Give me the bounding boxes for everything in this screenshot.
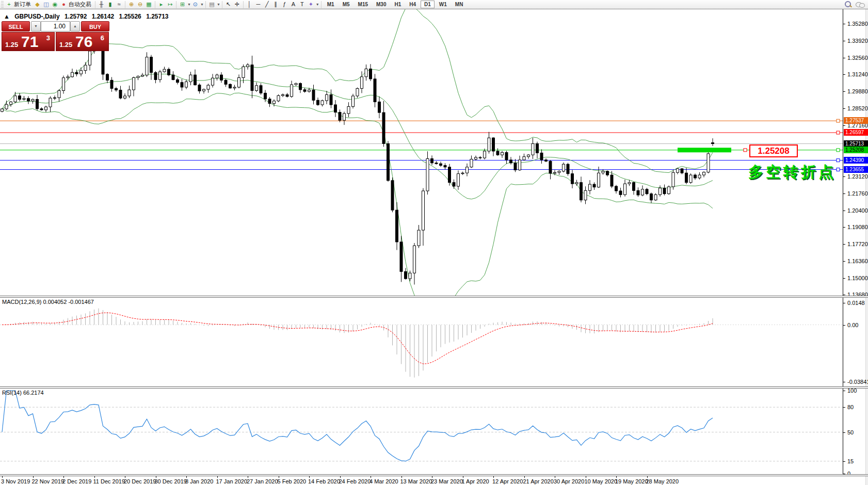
candle-body (194, 75, 197, 85)
volume-input[interactable]: 1.00 (41, 21, 70, 31)
macd-signal-line (2, 313, 713, 364)
rsi-tick (843, 407, 845, 408)
line-anchor-marker[interactable] (837, 119, 840, 122)
ohlc-close: 1.25713 (146, 13, 168, 20)
candle-body (361, 77, 363, 89)
date-axis-label: 17 Jan 2020 (216, 478, 248, 484)
date-axis-label: 12 Apr 2020 (492, 478, 523, 484)
candle-body (461, 173, 464, 173)
candle-body (255, 86, 258, 91)
macd-tick (843, 382, 845, 382)
price-axis-label: 1.31240 (847, 71, 868, 77)
pivot-text-annotation[interactable]: 多空转折点 (748, 162, 836, 183)
price-badge: 1.25208 (844, 147, 868, 153)
line-anchor-marker[interactable] (837, 159, 840, 162)
date-axis-label: 24 Feb 2020 (339, 478, 371, 484)
macd-axis-label: 0.0148 (847, 300, 865, 306)
price-tick (843, 193, 845, 194)
buy-quote[interactable]: 1.25 76 6 (56, 32, 109, 51)
price-axis-label: 1.28520 (847, 105, 868, 111)
candle-body (67, 77, 69, 78)
price-axis-label: 1.32560 (847, 55, 868, 61)
candle-body (133, 78, 135, 90)
price-tick (843, 295, 845, 295)
candle-body (203, 89, 205, 91)
candle-body (435, 163, 438, 164)
date-axis-label: 20 Dec 2019 (124, 478, 156, 484)
candle-body (378, 102, 381, 112)
indicator-line (2, 93, 713, 309)
chart-canvas[interactable] (0, 0, 868, 485)
candle-body (347, 106, 350, 114)
candle-body (277, 95, 280, 101)
candle-body (273, 101, 276, 104)
ohlc-low: 1.25526 (119, 13, 141, 20)
candle-body (19, 96, 21, 100)
macd-axis-label: -0.038415 (847, 379, 868, 385)
date-axis-label: 21 Apr 2020 (523, 478, 554, 484)
macd-pane-separator[interactable] (0, 296, 868, 298)
line-anchor-marker[interactable] (837, 131, 840, 134)
candle-body (71, 72, 74, 77)
date-axis-label: 22 Nov 2019 (32, 478, 64, 484)
sell-quote[interactable]: 1.25 71 3 (2, 32, 55, 51)
price-axis-line (843, 9, 843, 476)
candle-body (303, 90, 306, 91)
price-tick (843, 125, 845, 126)
price-note-label[interactable]: 1.25208 (749, 144, 798, 157)
date-axis-label: 30 Apr 2020 (554, 478, 584, 484)
candle-body (141, 75, 144, 76)
candle-body (672, 172, 674, 187)
candle-body (554, 172, 556, 173)
candle-body (365, 69, 367, 76)
candle-body (119, 90, 122, 99)
candle-body (707, 154, 710, 172)
candle-body (334, 105, 337, 112)
price-tick (843, 278, 845, 279)
candle-body (137, 76, 139, 78)
candle-body (470, 159, 473, 167)
candle-body (36, 100, 39, 109)
rsi-tick (843, 461, 845, 462)
candle-body (514, 163, 517, 170)
candle-body (646, 189, 648, 194)
candle-body (440, 164, 442, 165)
candle-body (264, 93, 267, 99)
date-axis-separator (0, 474, 868, 476)
candle-body (624, 184, 626, 195)
price-badge: 1.24390 (844, 157, 868, 164)
price-tick (843, 74, 845, 75)
price-axis-label: 1.29880 (847, 88, 868, 94)
candle-body (488, 138, 490, 151)
candle-body (317, 100, 319, 105)
price-tick (843, 176, 845, 177)
candle-body (295, 84, 297, 85)
date-axis-label: 23 Mar 2020 (431, 478, 463, 484)
candle-body (505, 152, 508, 160)
candle-body (89, 51, 91, 65)
line-anchor-marker[interactable] (837, 149, 840, 152)
price-axis-label: 1.19080 (847, 224, 868, 230)
sell-button[interactable]: SELL (2, 21, 30, 31)
line-anchor-marker[interactable] (837, 168, 840, 171)
rsi-pane-separator[interactable] (0, 386, 868, 389)
buy-button[interactable]: BUY (81, 21, 109, 31)
candle-body (168, 69, 170, 75)
price-note-anchor[interactable] (744, 149, 747, 152)
candle-body (382, 112, 385, 143)
candle-body (54, 98, 56, 98)
candle-body (457, 174, 460, 186)
volume-down-button[interactable]: ▼ (31, 21, 41, 31)
candle-body (102, 49, 104, 74)
candle-body (176, 79, 179, 82)
volume-up-button[interactable]: ▲ (70, 21, 80, 31)
candle-body (387, 143, 390, 180)
candle-body (62, 78, 65, 91)
candle-body (31, 100, 34, 101)
price-axis-label: 1.23120 (847, 173, 868, 180)
candle-body (413, 246, 416, 273)
pivot-highlight-rect[interactable] (678, 148, 731, 152)
candle-body (185, 82, 188, 87)
candle-body (567, 164, 569, 173)
candle-body (668, 187, 670, 194)
